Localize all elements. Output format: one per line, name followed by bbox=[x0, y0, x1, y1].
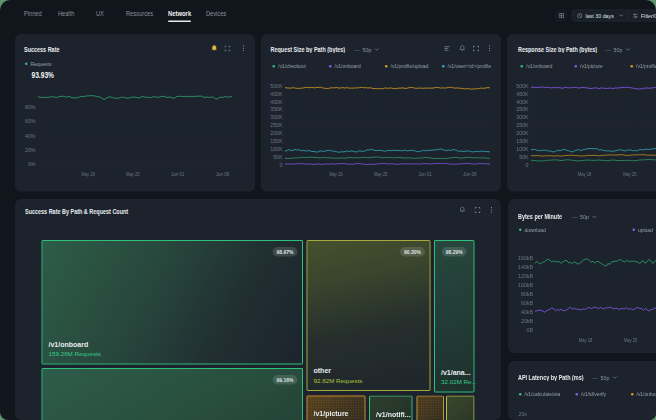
svg-text:100kB: 100kB bbox=[518, 282, 533, 288]
svg-text:350K: 350K bbox=[516, 106, 529, 112]
svg-text:20%: 20% bbox=[25, 147, 36, 153]
svg-text:Jun 01: Jun 01 bbox=[418, 171, 432, 177]
svg-text:250K: 250K bbox=[516, 122, 529, 128]
svg-text:500K: 500K bbox=[516, 83, 529, 89]
svg-text:50K: 50K bbox=[273, 154, 283, 160]
svg-text:May 18: May 18 bbox=[329, 171, 343, 177]
svg-text:20s: 20s bbox=[519, 411, 528, 417]
svg-text:400K: 400K bbox=[516, 99, 529, 105]
svg-text:200K: 200K bbox=[270, 130, 283, 136]
svg-text:May 18: May 18 bbox=[578, 171, 592, 177]
svg-text:500K: 500K bbox=[270, 83, 283, 89]
svg-text:50K: 50K bbox=[519, 154, 529, 160]
svg-text:200K: 200K bbox=[516, 130, 529, 136]
svg-text:450K: 450K bbox=[516, 91, 529, 97]
svg-text:60%: 60% bbox=[25, 118, 36, 124]
svg-text:250K: 250K bbox=[270, 122, 283, 128]
svg-text:450K: 450K bbox=[270, 91, 283, 97]
svg-text:May 18: May 18 bbox=[579, 337, 593, 343]
svg-text:Jun 01: Jun 01 bbox=[171, 171, 185, 177]
svg-text:May 25: May 25 bbox=[374, 171, 388, 177]
svg-text:20kB: 20kB bbox=[521, 318, 533, 324]
svg-text:Jun 08: Jun 08 bbox=[216, 171, 230, 177]
svg-text:May 25: May 25 bbox=[623, 171, 637, 177]
svg-text:350K: 350K bbox=[270, 106, 283, 112]
svg-text:40%: 40% bbox=[25, 133, 36, 139]
svg-text:160kB: 160kB bbox=[518, 255, 533, 261]
svg-text:40kB: 40kB bbox=[521, 309, 533, 315]
svg-text:0B: 0B bbox=[527, 327, 534, 333]
svg-text:80%: 80% bbox=[25, 104, 36, 110]
svg-text:May 25: May 25 bbox=[126, 171, 140, 177]
svg-text:0%: 0% bbox=[28, 161, 36, 167]
svg-text:300K: 300K bbox=[270, 114, 283, 120]
svg-text:60kB: 60kB bbox=[521, 300, 533, 306]
svg-text:150K: 150K bbox=[516, 138, 529, 144]
svg-text:80kB: 80kB bbox=[521, 291, 533, 297]
svg-text:300K: 300K bbox=[516, 114, 529, 120]
svg-text:May 18: May 18 bbox=[81, 171, 95, 177]
svg-text:100K: 100K bbox=[270, 146, 283, 152]
svg-text:0: 0 bbox=[280, 162, 283, 168]
svg-text:140kB: 140kB bbox=[518, 264, 533, 270]
svg-text:0: 0 bbox=[526, 162, 529, 168]
svg-text:May 25: May 25 bbox=[624, 337, 638, 343]
svg-text:Jun 08: Jun 08 bbox=[463, 171, 477, 177]
svg-text:100K: 100K bbox=[516, 146, 529, 152]
svg-text:150K: 150K bbox=[270, 138, 283, 144]
svg-text:400K: 400K bbox=[270, 99, 283, 105]
svg-text:120kB: 120kB bbox=[518, 273, 533, 279]
